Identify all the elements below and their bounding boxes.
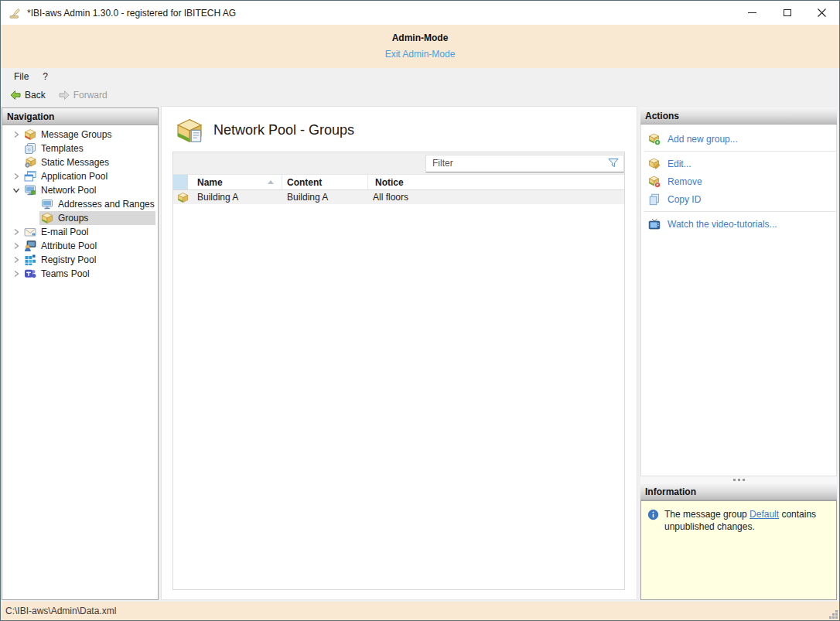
- separator: [644, 151, 836, 152]
- chevron-right-icon[interactable]: [10, 268, 22, 280]
- nav-item-attribute-pool[interactable]: Attribute Pool: [2, 239, 158, 253]
- chevron-right-icon[interactable]: [10, 240, 22, 252]
- table-header-row: Name Content Notice: [173, 175, 624, 190]
- nav-item-label: E-mail Pool: [41, 227, 88, 237]
- nav-item-addresses-and-ranges[interactable]: Addresses and Ranges: [2, 197, 158, 211]
- default-group-link[interactable]: Default: [750, 509, 779, 520]
- admin-mode-title: Admin-Mode: [1, 32, 839, 43]
- info-icon: [647, 509, 659, 520]
- action-label: Watch the video-tutorials...: [668, 219, 777, 230]
- copy-id-icon: [648, 193, 661, 206]
- forward-arrow-icon: [58, 89, 70, 101]
- forward-button[interactable]: Forward: [56, 89, 110, 101]
- nav-item-label: Attribute Pool: [41, 241, 97, 251]
- close-button[interactable]: [804, 1, 839, 25]
- selection-column-header[interactable]: [173, 175, 188, 189]
- copy-id-link[interactable]: Copy ID: [641, 190, 836, 208]
- navigation-tree: Message Groups Templates Static Messages…: [2, 125, 158, 599]
- chevron-right-icon[interactable]: [10, 128, 22, 141]
- navigation-toolbar: Back Forward: [1, 85, 839, 104]
- maximize-icon: [784, 9, 791, 16]
- chevron-right-icon[interactable]: [10, 254, 22, 266]
- app-window: *IBI-aws Admin 1.30.0 - registered for I…: [0, 0, 840, 621]
- nav-item-label: Message Groups: [41, 129, 111, 140]
- chevron-right-icon[interactable]: [10, 226, 22, 238]
- nav-item-label: Registry Pool: [41, 254, 96, 265]
- attribute-pool-icon: [24, 240, 36, 252]
- nav-item-label: Network Pool: [41, 185, 96, 196]
- menu-file[interactable]: File: [7, 70, 36, 84]
- page-title: Network Pool - Groups: [213, 122, 354, 138]
- action-label: Remove: [668, 176, 702, 187]
- actions-panel: Add new group... Edit... Remove Copy ID: [640, 125, 837, 476]
- panel-splitter[interactable]: [640, 476, 837, 483]
- add-group-icon: [648, 133, 661, 145]
- nav-item-label: Application Pool: [41, 171, 108, 182]
- edit-group-icon: [648, 158, 661, 170]
- group-box-icon: [176, 118, 204, 143]
- nav-item-registry-pool[interactable]: Registry Pool: [2, 253, 158, 267]
- nav-item-teams-pool[interactable]: Teams Pool: [2, 267, 158, 281]
- workspace: Navigation Message Groups Templates Stat…: [1, 104, 839, 602]
- column-header-label: Notice: [375, 177, 404, 188]
- window-title: *IBI-aws Admin 1.30.0 - registered for I…: [27, 8, 735, 19]
- right-column: Actions Add new group... Edit... Remove: [640, 107, 837, 600]
- chevron-spacer: [10, 156, 22, 169]
- watch-video-tutorials-link[interactable]: Watch the video-tutorials...: [641, 215, 836, 233]
- filter-input[interactable]: [426, 158, 607, 169]
- action-label: Add new group...: [668, 134, 738, 145]
- stamp-icon: [9, 7, 21, 19]
- table-empty-area: [173, 204, 624, 589]
- edit-link[interactable]: Edit...: [641, 155, 836, 172]
- nav-item-static-messages[interactable]: Static Messages: [2, 155, 158, 169]
- nav-item-network-pool[interactable]: Network Pool: [2, 183, 158, 197]
- column-header-name[interactable]: Name: [188, 175, 282, 189]
- group-box-icon: [177, 192, 189, 203]
- groups-table: Name Content Notice Building A Building …: [172, 152, 625, 590]
- cell-content: Building A: [287, 192, 373, 203]
- maximize-button[interactable]: [770, 1, 804, 25]
- nav-item-label: Teams Pool: [41, 268, 90, 279]
- page-header: Network Pool - Groups: [162, 107, 637, 144]
- exit-admin-mode-link[interactable]: Exit Admin-Mode: [385, 49, 456, 60]
- back-button[interactable]: Back: [7, 89, 48, 101]
- separator: [644, 211, 836, 212]
- chevron-right-icon[interactable]: [10, 170, 22, 183]
- filter-funnel-icon[interactable]: [607, 157, 620, 169]
- nav-item-groups[interactable]: Groups: [2, 211, 158, 225]
- column-header-notice[interactable]: Notice: [368, 175, 624, 189]
- menu-help[interactable]: ?: [36, 70, 55, 84]
- registry-pool-icon: [24, 254, 36, 266]
- nav-item-application-pool[interactable]: Application Pool: [2, 169, 158, 183]
- info-text: The message group: [664, 509, 750, 520]
- application-pool-icon: [24, 170, 36, 183]
- cell-name: Building A: [197, 192, 287, 203]
- column-header-label: Name: [197, 177, 223, 188]
- add-new-group-link[interactable]: Add new group...: [641, 130, 836, 148]
- remove-link[interactable]: Remove: [641, 172, 836, 190]
- main-panel: Network Pool - Groups Name: [161, 106, 637, 600]
- navigation-header: Navigation: [2, 108, 158, 125]
- nav-item-label: Groups: [58, 213, 88, 223]
- chevron-down-icon[interactable]: [10, 184, 22, 196]
- column-header-label: Content: [287, 177, 322, 188]
- nav-item-label: Addresses and Ranges: [58, 199, 155, 210]
- templates-icon: [24, 142, 36, 155]
- actions-header: Actions: [640, 107, 837, 125]
- minimize-button[interactable]: [735, 1, 770, 25]
- back-arrow-icon: [9, 89, 22, 101]
- column-header-content[interactable]: Content: [282, 175, 368, 189]
- nav-item-message-groups[interactable]: Message Groups: [2, 128, 158, 142]
- addresses-ranges-icon: [41, 198, 53, 210]
- teams-pool-icon: [24, 268, 36, 280]
- navigation-panel: Navigation Message Groups Templates Stat…: [2, 107, 159, 600]
- static-messages-icon: [24, 156, 36, 169]
- resize-grip[interactable]: [828, 609, 838, 619]
- close-icon: [818, 9, 826, 17]
- status-bar: C:\IBI-aws\Admin\Data.xml: [1, 602, 839, 620]
- table-row[interactable]: Building A Building A All floors: [173, 190, 624, 204]
- status-file-path: C:\IBI-aws\Admin\Data.xml: [5, 606, 116, 616]
- chevron-spacer: [10, 142, 22, 155]
- nav-item-email-pool[interactable]: E-mail Pool: [2, 225, 158, 239]
- nav-item-templates[interactable]: Templates: [2, 142, 158, 155]
